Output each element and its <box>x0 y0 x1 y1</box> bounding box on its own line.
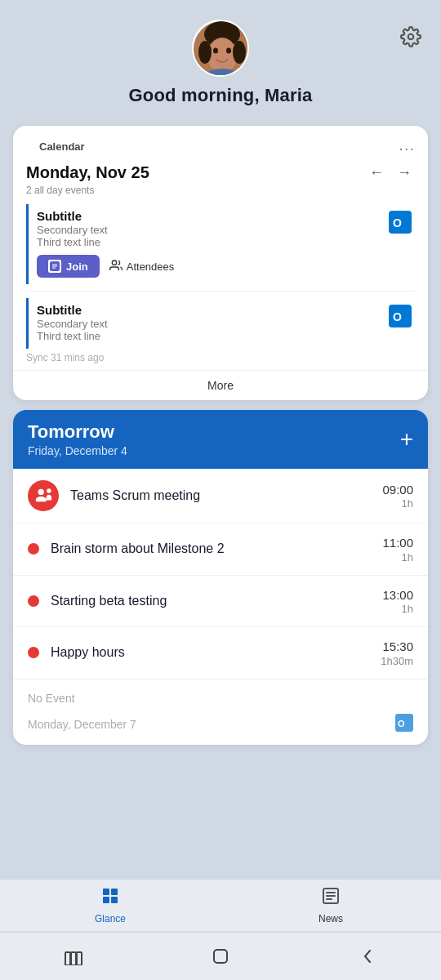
svg-rect-17 <box>103 889 109 895</box>
next-date-row[interactable]: Monday, December 7 O <box>13 710 428 745</box>
outlook-icon-2: O <box>389 305 412 327</box>
next-day-button[interactable]: → <box>394 163 415 183</box>
home-button[interactable] <box>205 941 236 972</box>
svg-point-0 <box>408 34 414 40</box>
svg-point-5 <box>233 41 246 64</box>
svg-point-6 <box>213 48 218 54</box>
attendees-icon <box>109 259 122 274</box>
back-button[interactable] <box>352 941 383 972</box>
schedule-item-2[interactable]: Starting beta testing 13:00 1h <box>13 576 428 628</box>
svg-rect-25 <box>65 952 70 965</box>
calendar-nav-arrows: ← → <box>366 163 415 183</box>
no-event-label: No Event <box>28 692 75 705</box>
recent-apps-button[interactable] <box>58 941 89 972</box>
tomorrow-header: Tomorrow Friday, December 4 + <box>13 410 428 469</box>
calendar-widget: Calendar ··· Monday, Nov 25 ← → 2 all da… <box>13 126 428 400</box>
calendar-date: Monday, Nov 25 <box>26 163 149 182</box>
add-event-button[interactable]: + <box>400 428 413 451</box>
schedule-title-0: Teams Scrum meeting <box>70 488 382 503</box>
event-dot-3 <box>28 647 39 658</box>
attendees-button[interactable]: Attendees <box>109 259 175 274</box>
news-icon <box>321 886 341 911</box>
event-dot-2 <box>28 595 39 607</box>
no-event-row: No Event <box>13 679 428 710</box>
outlook-next-icon: O <box>395 714 413 735</box>
more-button[interactable]: More <box>13 370 428 400</box>
svg-rect-18 <box>111 889 118 895</box>
tomorrow-widget: Tomorrow Friday, December 4 + Teams Scru… <box>13 410 428 745</box>
schedule-item-0[interactable]: Teams Scrum meeting 09:00 1h <box>13 469 428 523</box>
news-label: News <box>318 913 343 924</box>
calendar-section-label: Calendar <box>26 140 98 153</box>
svg-rect-26 <box>71 952 76 965</box>
nav-item-glance[interactable]: Glance <box>0 880 220 931</box>
schedule-time-2: 13:00 1h <box>382 587 413 616</box>
event-1-third: Third text line <box>37 236 389 248</box>
tomorrow-title: Tomorrow <box>28 421 127 443</box>
event-1-content: Subtitle Secondary text Third text line … <box>37 209 389 278</box>
all-day-label: 2 all day events <box>13 183 428 204</box>
event-2-third: Third text line <box>37 330 389 342</box>
schedule-time-0: 09:00 1h <box>382 482 413 510</box>
svg-point-4 <box>198 41 212 64</box>
svg-text:O: O <box>393 216 402 229</box>
attendees-label: Attendees <box>127 261 175 273</box>
nav-item-news[interactable]: News <box>220 880 441 931</box>
bottom-nav: Glance News <box>0 879 441 931</box>
svg-rect-20 <box>111 897 118 903</box>
event-2-secondary: Secondary text <box>37 318 389 330</box>
svg-point-7 <box>226 48 231 54</box>
calendar-date-row: Monday, Nov 25 ← → <box>13 163 428 183</box>
settings-button[interactable] <box>397 23 425 53</box>
schedule-time-3: 15:30 1h30m <box>381 639 413 667</box>
calendar-event-1: Subtitle Secondary text Third text line … <box>26 204 418 284</box>
prev-day-button[interactable]: ← <box>366 163 387 183</box>
schedule-time-1: 11:00 1h <box>382 535 413 564</box>
outlook-icon-1: O <box>389 211 412 234</box>
join-label: Join <box>66 261 88 273</box>
schedule-title-2: Starting beta testing <box>51 594 382 608</box>
tomorrow-date: Friday, December 4 <box>28 444 127 457</box>
calendar-event-2: Subtitle Secondary text Third text line … <box>26 298 418 349</box>
svg-point-3 <box>207 38 237 74</box>
sync-label: Sync 31 mins ago <box>13 349 428 370</box>
event-divider <box>26 291 415 292</box>
calendar-more-options-button[interactable]: ··· <box>399 139 415 158</box>
event-dot-1 <box>28 543 39 555</box>
avatar[interactable] <box>192 20 249 77</box>
schedule-title-3: Happy hours <box>51 645 381 660</box>
event-2-content: Subtitle Secondary text Third text line <box>37 303 389 342</box>
event-1-title: Subtitle <box>37 209 389 223</box>
tomorrow-header-text: Tomorrow Friday, December 4 <box>28 421 127 457</box>
glance-icon <box>100 886 120 911</box>
svg-point-10 <box>112 261 116 265</box>
join-button[interactable]: Join <box>37 255 100 278</box>
header: Good morning, Maria <box>0 0 441 119</box>
svg-text:O: O <box>398 719 405 728</box>
event-1-actions: Join Attendees <box>37 255 389 278</box>
schedule-item-1[interactable]: Brain storm about Milestone 2 11:00 1h <box>13 523 428 576</box>
next-date-label: Monday, December 7 <box>28 718 136 731</box>
schedule-item-3[interactable]: Happy hours 15:30 1h30m <box>13 627 428 679</box>
gear-icon <box>400 38 421 50</box>
event-1-secondary: Secondary text <box>37 224 389 236</box>
svg-rect-28 <box>214 950 227 963</box>
svg-text:O: O <box>393 310 402 323</box>
teams-join-icon <box>48 260 61 273</box>
teams-icon <box>28 480 59 511</box>
android-nav <box>0 933 441 980</box>
schedule-title-1: Brain storm about Milestone 2 <box>51 541 382 556</box>
svg-rect-27 <box>77 952 82 965</box>
event-2-title: Subtitle <box>37 303 389 317</box>
svg-rect-19 <box>103 897 109 903</box>
glance-label: Glance <box>95 913 126 924</box>
greeting-text: Good morning, Maria <box>128 85 312 106</box>
